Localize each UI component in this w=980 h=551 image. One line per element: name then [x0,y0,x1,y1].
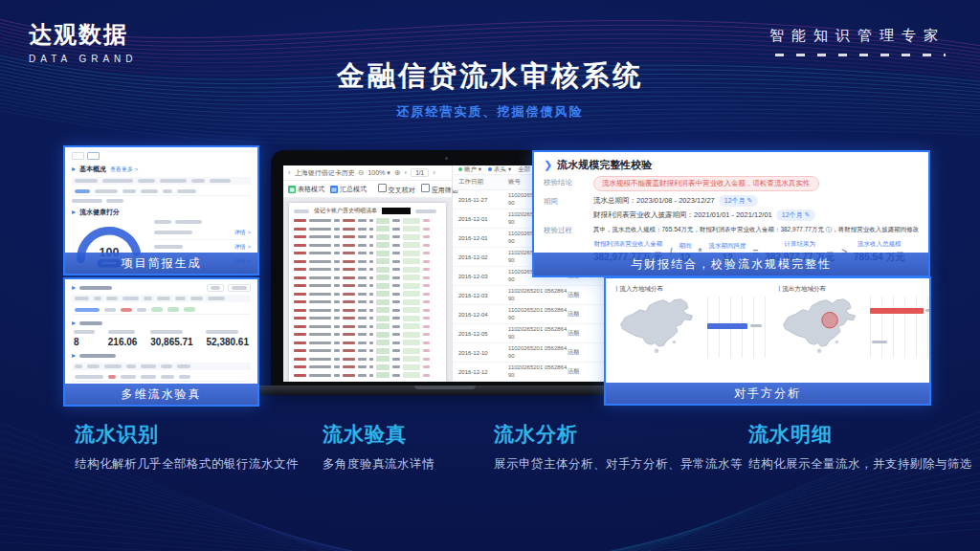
more-link[interactable]: 查看更多 > [110,165,138,174]
table-row[interactable]: 2016-12-0311020265201 056286490活期 [453,286,606,305]
value-placeholder [872,341,887,343]
text-placeholder [160,179,187,183]
stat-value: 8 [74,337,95,347]
list-item[interactable]: 详情 > [154,226,251,240]
table-row[interactable] [72,187,251,196]
viewer-toolbar: ‹ 上海银行借记卡历史明细查... ⊖ 100% ▾ ⊕ ‹ 1/1 › [283,165,452,181]
stats-row: 8 216.06 30,865.71 52,380.61 [74,330,249,347]
statement-row [294,234,441,240]
feature-title: 流水验真 [323,421,434,448]
text-placeholder [175,297,186,300]
panel-caption: 项目简报生成 [65,253,257,274]
scan-title: 借记卡账户历史明细清单 [314,207,377,215]
list-header [154,220,251,224]
panel-caption: 多维流水验真 [65,384,257,405]
back-icon[interactable]: ‹ [288,168,291,177]
text-placeholder [208,297,225,300]
text-placeholder [415,209,436,213]
mini-table-header [72,295,251,302]
china-map [776,297,864,358]
text-placeholder [94,297,101,300]
cross-check-button[interactable]: 交叉核对 [378,184,415,195]
process-label: 校验过程 [544,224,586,235]
table-row[interactable]: 2016-12-0411020265201 056286490活期 [453,305,606,324]
period-line: 流水总期间：2023/01/08 - 2023/12/27 12个月 ✎ [593,195,815,207]
period-tag[interactable]: 12个月 ✎ [719,195,759,207]
prev-page-icon[interactable]: ‹ [404,168,407,177]
detail-link[interactable]: 详情 > [234,229,251,237]
detail-link[interactable]: 详情 > [234,243,251,252]
next-page-icon[interactable]: › [433,168,435,177]
text-placeholder [75,297,89,300]
statement-row [294,267,441,273]
feature-title: 流水分析 [494,421,743,448]
statement-row [294,316,441,321]
zoom-select[interactable]: 100% ▾ [368,169,390,177]
mode-summary-button[interactable]: ▤ 汇总模式 [330,185,367,194]
text-placeholder [141,364,156,368]
text-placeholder [190,297,203,300]
account-filter[interactable]: 账户 ▾ [458,165,481,174]
text-placeholder [138,179,155,183]
panel-caption: 对手方分析 [606,383,929,404]
caret-icon: ❯ [544,160,552,170]
statement-row [294,323,441,329]
table-row[interactable] [72,305,251,315]
panel-counterparty: 丨流入方地域分布 丨流出方地域分布 [604,276,931,406]
period-label: 期间 [544,195,586,207]
outflow-geo-block: 丨流出方地域分布 [776,285,929,358]
statement-row [294,291,441,297]
text-placeholder [177,364,190,368]
table-row[interactable]: 2016-12-1211020265201 056286490活期 [453,363,606,382]
mode-table-button[interactable]: ▦ 表格模式 [288,185,324,194]
table-row[interactable]: 2016-12-1011020265201 056286490活期 [453,343,606,363]
period-tag[interactable]: 12个月 ✎ [776,209,816,221]
stat-value: 52,380.61 [206,337,249,347]
summary-mode-icon: ▤ [330,186,338,193]
text-placeholder [75,364,82,368]
feature-title: 流水明细 [748,421,972,448]
apply-filter-icon [421,184,430,192]
table-row[interactable] [72,373,251,382]
zoom-out-icon[interactable]: ⊖ [358,168,365,177]
chart-title: 丨流入方地域分布 [613,285,767,294]
inflow-bar-chart [707,297,767,358]
mini-tabs[interactable] [72,152,251,160]
laptop-base [251,386,638,395]
statement-row [294,356,441,362]
caret-icon: ▸ [72,209,76,216]
statement-row [294,275,441,280]
scan-rows [294,218,441,379]
status-badge [167,307,179,312]
statement-row [294,226,441,231]
scan-sheet: 借记卡账户历史明细清单 [289,203,446,382]
value-placeholder [925,309,931,312]
table-row[interactable]: 2016-12-0511020265201 056286490活期 [453,324,606,343]
text-placeholder [144,297,152,300]
link-placeholder[interactable] [75,189,90,193]
statement-row [294,242,441,248]
mini-button[interactable] [207,284,224,292]
stat: 52,380.61 [206,330,249,347]
text-placeholder [104,364,122,368]
text-placeholder [126,364,136,368]
stat: 8 [74,330,95,347]
mini-table-header [72,177,251,185]
panel-caption: 与财报结合，校验流水规模完整性 [534,253,928,276]
section-title: 基本概况 [79,165,106,174]
text-placeholder [191,179,205,183]
status-dot-icon [488,167,492,171]
feature-desc: 结构化解析几乎全部格式的银行流水文件 [75,456,299,473]
period-line: 财报利润表营业收入披露期间：2021/01/01 - 2021/12/01 12… [593,209,815,221]
value-placeholder [750,324,762,327]
conclusion-label: 校验结论 [544,176,586,187]
table-mode-icon: ▦ [288,186,296,193]
text-placeholder [106,199,123,203]
zoom-in-icon[interactable]: ⊕ [394,168,401,177]
document-area: 借记卡账户历史明细清单 [283,198,452,382]
mini-button[interactable] [228,284,251,292]
header-filter[interactable]: 表头 ▾ [488,165,511,174]
text-placeholder [87,364,100,368]
feature-title: 流水识别 [75,421,299,448]
feature-analysis: 流水分析 展示申贷主体分析、对手方分析、异常流水等 [494,421,743,473]
